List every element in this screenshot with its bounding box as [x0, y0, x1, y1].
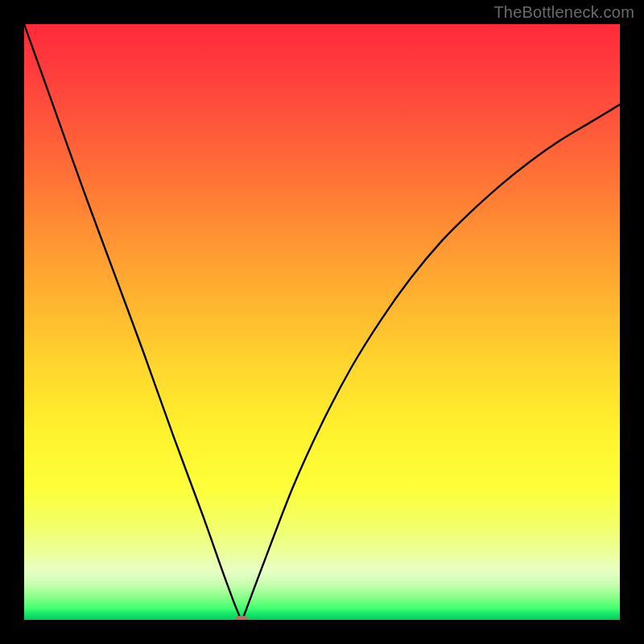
plot-area: [24, 24, 620, 620]
bottleneck-curve: [24, 24, 620, 620]
optimal-point-marker: [236, 616, 248, 620]
curve-layer: [24, 24, 620, 620]
watermark-text: TheBottleneck.com: [493, 3, 634, 22]
chart-container: TheBottleneck.com: [0, 0, 644, 644]
